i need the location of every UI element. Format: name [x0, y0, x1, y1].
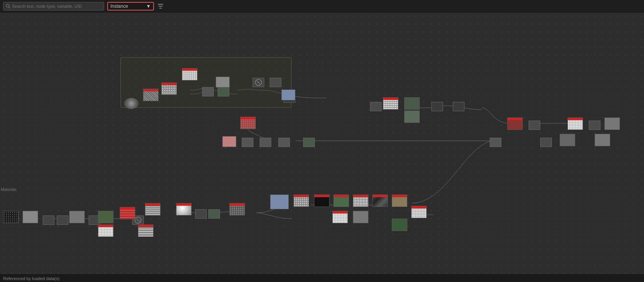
svg-line-6	[257, 81, 260, 84]
node-speckle-lower[interactable]	[353, 194, 368, 207]
sq-lower-mid1[interactable]	[195, 209, 207, 219]
thumb-speckle-lower	[353, 194, 368, 207]
node-canvas[interactable]: Materials	[0, 12, 644, 274]
node-noise-fr1[interactable]	[507, 117, 523, 130]
statusbar: Referenced by loaded data(s)	[0, 274, 644, 282]
node-whitenoise-lr[interactable]	[411, 206, 427, 218]
node-noise-fr3[interactable]	[604, 117, 620, 130]
instance-dropdown[interactable]: Instance ▼	[107, 2, 154, 11]
node-sandy-lower[interactable]	[392, 194, 407, 207]
thumb-noise-mid1	[216, 77, 230, 88]
sq-ur2[interactable]	[431, 102, 443, 111]
sq-mid6[interactable]	[540, 138, 552, 147]
node-noise-mid1[interactable]	[216, 77, 230, 88]
sq-mid4[interactable]	[303, 138, 315, 147]
node-noise-fr2[interactable]	[567, 117, 583, 130]
thumb-whitenoise-lr	[411, 206, 427, 218]
chevron-down-icon: ▼	[146, 4, 151, 9]
node-gray-noise-l1[interactable]	[23, 211, 38, 223]
thumb-lower-2	[69, 211, 85, 223]
thumb-tex-ur3	[404, 110, 420, 123]
toolbar: Instance ▼	[0, 0, 644, 12]
thumb-bluegray-lower	[270, 194, 289, 209]
node-mid-tex[interactable]	[560, 134, 575, 146]
status-text: Referenced by loaded data(s)	[3, 276, 59, 281]
node-tex-ur3[interactable]	[404, 110, 420, 123]
node-noise-ul2[interactable]	[161, 82, 177, 95]
thumb-black	[314, 194, 330, 207]
thumb-tex-ur1	[383, 97, 398, 110]
node-bluegray-lower[interactable]	[270, 194, 289, 209]
search-icon	[6, 4, 10, 9]
sq-upper-2[interactable]	[218, 87, 229, 96]
sq-lower-2[interactable]	[57, 215, 68, 225]
thumb-wave-l2	[138, 224, 154, 237]
thumb-red-grid	[120, 207, 135, 219]
node-noise-rl2[interactable]	[332, 211, 348, 223]
node-lower-3[interactable]	[98, 211, 113, 223]
node-noise-ul1[interactable]	[143, 89, 159, 101]
node-noise-rl1[interactable]	[293, 194, 309, 207]
node-thumb-blur	[124, 98, 138, 109]
sq-right-circle-1[interactable]	[270, 78, 281, 87]
sq-mid2[interactable]	[260, 138, 271, 147]
node-mid-tex2[interactable]	[595, 134, 610, 146]
node-glare-lower[interactable]	[176, 203, 192, 215]
node-noise-ul3[interactable]	[182, 68, 197, 81]
thumb-mid-tex2	[595, 134, 610, 146]
sq-circle[interactable]	[253, 78, 264, 87]
sq-fr1[interactable]	[529, 121, 540, 130]
filter-icon[interactable]	[157, 3, 164, 10]
search-input[interactable]	[12, 4, 98, 9]
sq-ur1[interactable]	[370, 102, 382, 111]
node-lower-2[interactable]	[69, 211, 85, 223]
sq-ur3[interactable]	[453, 102, 464, 111]
node-tex-ur1[interactable]	[383, 97, 398, 110]
thumb-noise-rl2	[332, 211, 348, 223]
thumb-noise-fr3	[604, 117, 620, 130]
node-pink[interactable]	[222, 136, 236, 147]
node-dots[interactable]	[3, 211, 19, 223]
node-green-lower[interactable]	[333, 194, 349, 207]
sq-lower-mid2[interactable]	[208, 209, 220, 219]
thumb-noise-ul1	[143, 89, 159, 101]
thumb-pink	[222, 136, 236, 147]
node-blur-upper[interactable]	[124, 98, 138, 109]
sq-mid1[interactable]	[242, 138, 253, 147]
sq-upper-1[interactable]	[202, 87, 214, 96]
node-noise-lb1[interactable]	[98, 224, 113, 237]
sq-mid5[interactable]	[490, 138, 501, 147]
node-noise-lm1[interactable]	[229, 203, 245, 215]
thumb-noise-fr2	[567, 117, 583, 130]
filter-svg	[157, 4, 164, 9]
thumb-noise-ul3	[182, 68, 197, 81]
node-rocky-lower[interactable]	[372, 194, 388, 207]
node-mid-noise[interactable]	[240, 117, 256, 129]
dropdown-label: Instance	[110, 4, 128, 9]
sq-fr2[interactable]	[589, 121, 600, 130]
thumb-dots	[3, 211, 19, 223]
node-black[interactable]	[314, 194, 330, 207]
node-bluegray[interactable]	[281, 89, 295, 100]
sq-lower-1[interactable]	[43, 215, 54, 225]
sq-mid3[interactable]	[278, 138, 290, 147]
thumb-noise-rl3	[353, 211, 368, 223]
thumb-sandy-lower	[392, 194, 407, 207]
svg-line-8	[136, 219, 140, 222]
node-wave-l2[interactable]	[138, 224, 154, 237]
node-tex-ur2[interactable]	[404, 97, 420, 110]
node-red-grid[interactable]	[120, 207, 135, 219]
svg-point-0	[6, 4, 9, 7]
materials-label: Materials	[1, 187, 17, 192]
thumb-tex-ur2	[404, 97, 420, 110]
thumb-wave-l1	[145, 203, 161, 215]
node-wave-l1[interactable]	[145, 203, 161, 215]
thumb-noise-rl1	[293, 194, 309, 207]
thumb-noise-fr1	[507, 117, 523, 130]
thumb-gray-noise-l1	[23, 211, 38, 223]
thumb-bluegray	[281, 89, 295, 100]
node-green-lr[interactable]	[392, 219, 407, 231]
thumb-noise-ul2	[161, 82, 177, 95]
svg-line-1	[9, 7, 10, 8]
node-noise-rl3[interactable]	[353, 211, 368, 223]
